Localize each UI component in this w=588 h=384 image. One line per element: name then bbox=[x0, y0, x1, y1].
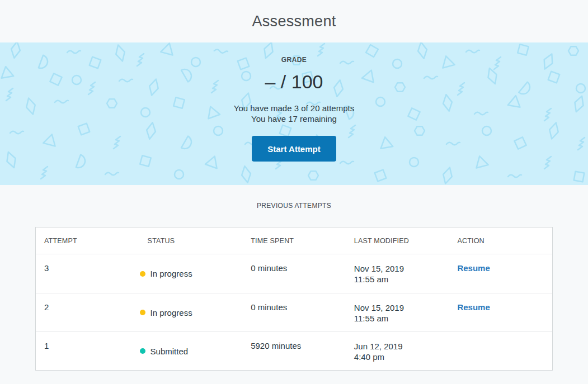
last-modified-time: 11:55 am bbox=[354, 313, 449, 324]
time-spent: 0 minutes bbox=[242, 293, 346, 331]
grade-banner: GRADE – / 100 You have made 3 of 20 atte… bbox=[0, 42, 588, 185]
start-attempt-button[interactable]: Start Attempt bbox=[252, 136, 336, 162]
last-modified-date: Nov 15, 2019 bbox=[354, 302, 449, 313]
last-modified-date: Nov 15, 2019 bbox=[354, 263, 449, 274]
column-header-status: STATUS bbox=[139, 237, 243, 245]
action-cell: Resume bbox=[449, 254, 552, 293]
table-row: 2 In progress 0 minutes Nov 15, 2019 11:… bbox=[36, 293, 552, 331]
status-label: Submitted bbox=[150, 347, 189, 356]
attempts-table: ATTEMPT STATUS TIME SPENT LAST MODIFIED … bbox=[35, 227, 553, 371]
previous-attempts-heading: PREVIOUS ATTEMPTS bbox=[0, 202, 588, 210]
status-cell: In progress bbox=[139, 293, 243, 331]
last-modified-cell: Nov 15, 2019 11:55 am bbox=[346, 293, 449, 331]
grade-label: GRADE bbox=[0, 56, 588, 64]
page-header: Assessment bbox=[0, 0, 588, 42]
attempt-number: 2 bbox=[36, 293, 139, 331]
in-progress-dot-icon bbox=[140, 271, 145, 277]
attempts-made-text: You have made 3 of 20 attempts bbox=[0, 103, 588, 114]
last-modified-cell: Jun 12, 2019 4:40 pm bbox=[346, 332, 449, 370]
table-row: 3 In progress 0 minutes Nov 15, 2019 11:… bbox=[36, 254, 552, 293]
grade-value: – / 100 bbox=[0, 70, 588, 93]
resume-link[interactable]: Resume bbox=[457, 302, 490, 312]
column-header-attempt: ATTEMPT bbox=[36, 237, 139, 245]
table-row: 1 Submitted 5920 minutes Jun 12, 2019 4:… bbox=[36, 331, 552, 370]
column-header-action: ACTION bbox=[449, 237, 552, 245]
last-modified-cell: Nov 15, 2019 11:55 am bbox=[346, 254, 449, 293]
status-label: In progress bbox=[150, 269, 192, 278]
column-header-last-modified: LAST MODIFIED bbox=[346, 237, 449, 245]
page-title: Assessment bbox=[252, 13, 336, 30]
attempt-number: 3 bbox=[36, 254, 139, 293]
submitted-dot-icon bbox=[140, 348, 145, 354]
grade-summary: GRADE – / 100 You have made 3 of 20 atte… bbox=[0, 42, 588, 162]
status-cell: In progress bbox=[139, 254, 243, 293]
column-header-time-spent: TIME SPENT bbox=[242, 237, 346, 245]
time-spent: 0 minutes bbox=[242, 254, 346, 293]
last-modified-date: Jun 12, 2019 bbox=[354, 341, 449, 352]
attempts-remaining-text: You have 17 remaining bbox=[0, 114, 588, 125]
last-modified-time: 11:55 am bbox=[354, 274, 449, 285]
table-header-row: ATTEMPT STATUS TIME SPENT LAST MODIFIED … bbox=[36, 227, 552, 254]
status-cell: Submitted bbox=[139, 332, 243, 370]
time-spent: 5920 minutes bbox=[242, 332, 346, 370]
last-modified-time: 4:40 pm bbox=[354, 352, 449, 362]
action-cell bbox=[449, 332, 552, 370]
status-label: In progress bbox=[150, 308, 192, 317]
action-cell: Resume bbox=[449, 293, 552, 331]
in-progress-dot-icon bbox=[140, 310, 145, 315]
resume-link[interactable]: Resume bbox=[457, 263, 490, 273]
attempt-number: 1 bbox=[36, 332, 139, 370]
